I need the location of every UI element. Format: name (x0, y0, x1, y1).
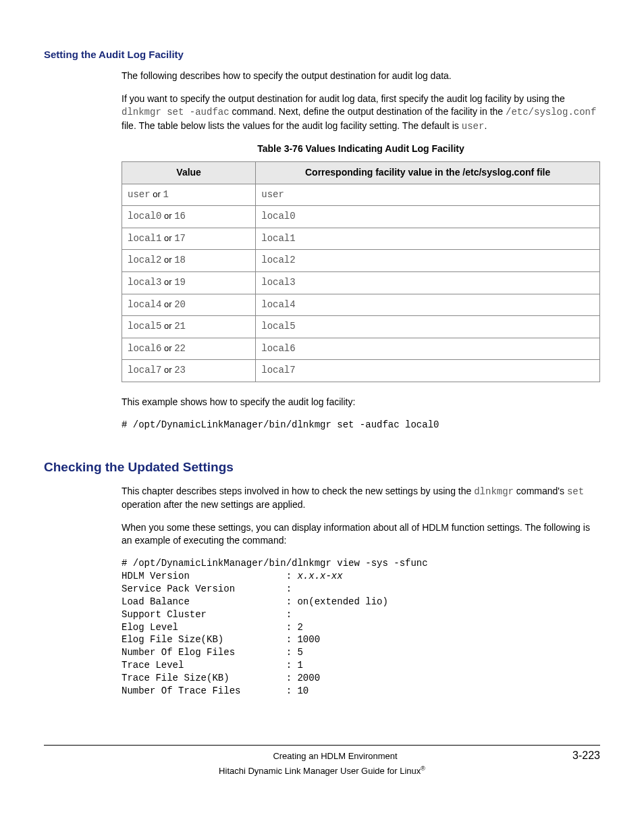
section-heading: Setting the Audit Log Facility (44, 47, 600, 61)
table-cell: local2 (256, 250, 600, 272)
paragraph: This example shows how to specify the au… (122, 396, 600, 409)
footer-subtitle: Hitachi Dynamic Link Manager User Guide … (44, 764, 600, 778)
table-row: local4 or 20local4 (122, 294, 600, 316)
table-cell: local3 or 19 (122, 271, 256, 294)
text: command. Next, define the output destina… (230, 106, 506, 117)
paragraph: If you want to specify the output destin… (122, 93, 600, 134)
text: operation after the new settings are app… (122, 499, 305, 510)
table-header: Corresponding facility value in the /etc… (256, 161, 600, 184)
code-inline: /etc/syslog.conf (506, 107, 596, 118)
code-inline: user (462, 121, 485, 132)
text: This chapter describes steps involved in… (122, 486, 474, 496)
table-cell: local0 (256, 206, 600, 228)
table-cell: local3 (256, 271, 600, 294)
table-row: local5 or 21local5 (122, 316, 600, 338)
table-cell: local0 or 16 (122, 206, 256, 228)
table-row: user or 1user (122, 184, 600, 206)
footer-title: Creating an HDLM Environment (98, 750, 572, 762)
text: command's (514, 486, 567, 496)
paragraph: The following describes how to specify t… (122, 70, 600, 83)
table-row: local7 or 23local7 (122, 360, 600, 382)
content-block: The following describes how to specify t… (122, 70, 600, 432)
table-header: Value (122, 161, 256, 184)
text: . (484, 120, 487, 131)
table-cell: local7 or 23 (122, 360, 256, 382)
table-row: local2 or 18local2 (122, 250, 600, 272)
table-cell: local4 (256, 294, 600, 316)
registered-icon: ® (421, 765, 425, 772)
table-cell: user (256, 184, 600, 206)
text: file. The table below lists the values f… (122, 120, 462, 131)
table-row: local6 or 22local6 (122, 338, 600, 360)
table-row: local0 or 16local0 (122, 206, 600, 228)
table-cell: local5 (256, 316, 600, 338)
table-row: local3 or 19local3 (122, 271, 600, 294)
table-cell: local6 (256, 338, 600, 360)
main-heading: Checking the Updated Settings (44, 459, 600, 477)
code-inline: dlnkmgr (474, 486, 514, 497)
table-caption: Table 3-76 Values Indicating Audit Log F… (122, 142, 600, 156)
page-footer: Creating an HDLM Environment 3-223 Hitac… (44, 745, 600, 778)
code-inline: dlnkmgr set -audfac (122, 107, 230, 118)
content-block: This chapter describes steps involved in… (122, 485, 600, 698)
table-cell: local5 or 21 (122, 316, 256, 338)
text: If you want to specify the output destin… (122, 93, 565, 104)
code-inline: set (567, 486, 584, 497)
table-cell: local1 (256, 228, 600, 250)
table-cell: local7 (256, 360, 600, 382)
table-row: local1 or 17local1 (122, 228, 600, 250)
table-cell: user or 1 (122, 184, 256, 206)
page-number: 3-223 (572, 748, 600, 763)
table-cell: local1 or 17 (122, 228, 256, 250)
footer-sub-text: Hitachi Dynamic Link Manager User Guide … (219, 766, 421, 777)
table-cell: local4 or 20 (122, 294, 256, 316)
code-output: # /opt/DynamicLinkManager/bin/dlnkmgr vi… (122, 557, 600, 698)
table-cell: local2 or 18 (122, 250, 256, 272)
code-example: # /opt/DynamicLinkManager/bin/dlnkmgr se… (122, 419, 600, 432)
paragraph: When you some these settings, you can di… (122, 521, 600, 548)
facility-table: Value Corresponding facility value in th… (122, 161, 600, 382)
paragraph: This chapter describes steps involved in… (122, 485, 600, 512)
table-cell: local6 or 22 (122, 338, 256, 360)
